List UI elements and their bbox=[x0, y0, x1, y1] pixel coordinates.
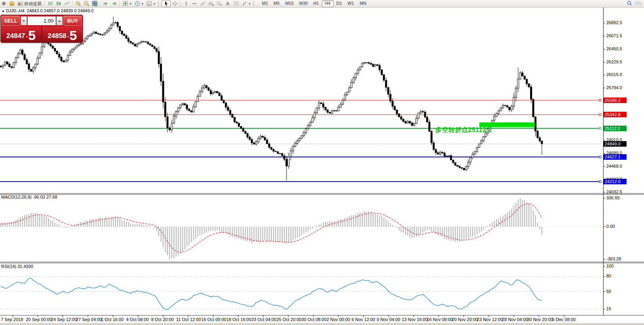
rsi-indicator-label: RSI(14) 31.4300 bbox=[1, 264, 33, 269]
date-label: 20 Sep 00:00 bbox=[26, 317, 52, 322]
triangle-down-icon bbox=[23, 20, 25, 22]
line-chart-icon[interactable] bbox=[63, 0, 71, 7]
trendline-icon bbox=[200, 1, 206, 6]
timeframe-toolbar: M1M5M15M30H1H4D1W1MN bbox=[259, 0, 369, 7]
chart-canvas[interactable] bbox=[0, 0, 644, 325]
zoom-out-icon[interactable] bbox=[82, 0, 90, 7]
toolbar: 单 自动交易 bbox=[0, 0, 644, 8]
date-label: 28 Nov 04:00 bbox=[502, 317, 528, 322]
window-bottom-edge bbox=[0, 323, 644, 325]
crosshair-icon bbox=[172, 1, 178, 6]
vertical-line-icon bbox=[183, 1, 189, 6]
periods-button[interactable]: ▾ bbox=[133, 0, 145, 7]
channel-tool[interactable]: E bbox=[207, 0, 215, 7]
date-label: 27 Sep 04:00 bbox=[76, 317, 102, 322]
sell-price-main: 24847 bbox=[6, 32, 25, 39]
toolbar-separator bbox=[100, 1, 100, 6]
svg-text:E: E bbox=[212, 4, 214, 6]
auto-trading-label: 自动交易 bbox=[24, 1, 42, 7]
chart-symbol-period: DJ30-,H4 bbox=[6, 8, 24, 13]
date-label: 23 Nov 12:00 bbox=[477, 317, 503, 322]
date-label: 16 Oct 00:00 bbox=[201, 317, 226, 322]
date-label: 8 Oct 20:00 bbox=[151, 317, 174, 322]
svg-text:T: T bbox=[235, 2, 237, 6]
indicators-button[interactable]: ▾ bbox=[121, 0, 133, 7]
symbol-marker-icon: ▲ bbox=[2, 9, 5, 13]
timeframe-w1[interactable]: W1 bbox=[345, 0, 357, 6]
toolbar-drag-handle[interactable] bbox=[158, 1, 160, 6]
date-axis: 7 Sep 201820 Sep 00:0024 Sep 12:0027 Sep… bbox=[0, 316, 644, 323]
new-order-icon[interactable] bbox=[8, 0, 16, 7]
text-icon: A bbox=[225, 1, 231, 6]
date-label: 13 Nov 16:00 bbox=[402, 317, 427, 322]
date-label: 4 Oct 08:00 bbox=[126, 317, 149, 322]
search-icon[interactable] bbox=[627, 0, 632, 6]
timeframe-m5[interactable]: M5 bbox=[271, 0, 282, 6]
chevron-down-icon: ▾ bbox=[142, 2, 143, 6]
date-label: 18 Oct 16:00 bbox=[226, 317, 251, 322]
macd-histogram bbox=[0, 198, 603, 259]
sell-button[interactable]: SELL bbox=[2, 16, 20, 26]
toolbar-separator bbox=[180, 1, 181, 6]
toolb​ar-separator bbox=[119, 1, 120, 6]
buy-price-display[interactable]: 24858.5 bbox=[41, 27, 83, 42]
volume-input[interactable] bbox=[27, 16, 56, 25]
date-label: 1 Oct 16:00 bbox=[101, 317, 124, 322]
sell-price-frac: 5 bbox=[28, 30, 36, 41]
buy-price-frac: 5 bbox=[69, 30, 77, 41]
date-label: 2 Nov 00:00 bbox=[327, 317, 350, 322]
horizontal-line-tool[interactable] bbox=[190, 0, 198, 7]
volume-increase-button[interactable] bbox=[56, 16, 63, 25]
label-icon: T bbox=[233, 1, 239, 6]
chart-shift-icon[interactable] bbox=[110, 0, 118, 7]
arrows-tool[interactable]: ▾ bbox=[240, 0, 252, 7]
fibonacci-tool[interactable]: F bbox=[215, 0, 223, 7]
templates-icon bbox=[146, 1, 152, 6]
buy-button[interactable]: BUY bbox=[63, 16, 82, 26]
timeframe-m30[interactable]: M30 bbox=[296, 0, 310, 6]
date-label: 30 Nov 20:00 bbox=[527, 317, 553, 322]
bar-chart-icon[interactable] bbox=[46, 0, 54, 7]
chat-icon[interactable] bbox=[635, 0, 642, 6]
label-tool[interactable]: T bbox=[232, 0, 240, 7]
date-label: 9 Nov 04:00 bbox=[377, 317, 400, 322]
trendline-tool[interactable] bbox=[198, 0, 207, 7]
decimal-dot: . bbox=[67, 31, 69, 39]
cursor-icon bbox=[163, 1, 169, 6]
order-menu-label[interactable]: 单 bbox=[0, 1, 8, 7]
timeframe-m1[interactable]: M1 bbox=[259, 0, 271, 6]
tile-windows-icon[interactable] bbox=[90, 0, 99, 7]
date-label: 30 Oct 08:00 bbox=[302, 317, 327, 322]
timeframe-h4[interactable]: H4 bbox=[322, 0, 334, 7]
buy-price-main: 24858 bbox=[48, 32, 66, 39]
volume-decrease-button[interactable] bbox=[21, 16, 27, 25]
sell-price-display[interactable]: 24847.5 bbox=[1, 27, 41, 42]
decimal-dot: . bbox=[26, 31, 28, 39]
zoom-in-icon[interactable] bbox=[74, 0, 82, 7]
auto-scroll-icon[interactable] bbox=[102, 0, 110, 7]
annotation-text: 多空转折点25112.2 bbox=[435, 126, 492, 134]
toolbar-drag-handle[interactable] bbox=[253, 1, 255, 6]
candlestick-chart-icon[interactable] bbox=[54, 0, 63, 7]
text-tool[interactable]: A bbox=[223, 0, 232, 7]
rsi-plot bbox=[0, 276, 603, 310]
chevron-down-icon: ▾ bbox=[154, 2, 155, 6]
cursor-tool[interactable] bbox=[161, 0, 171, 7]
templates-button[interactable]: ▾ bbox=[145, 0, 157, 7]
date-label: 20 Nov 20:00 bbox=[452, 317, 478, 322]
vertical-line-tool[interactable] bbox=[182, 0, 190, 7]
clock-icon bbox=[135, 1, 140, 6]
crosshair-tool[interactable] bbox=[171, 0, 179, 7]
auto-trading-button[interactable]: 自动交易 bbox=[16, 0, 43, 7]
timeframe-d1[interactable]: D1 bbox=[334, 0, 345, 6]
date-label: 25 Oct 20:00 bbox=[277, 317, 302, 322]
chart-ohlc-values: 24843.0 24857.0 24839.0 24849.0 bbox=[27, 8, 94, 13]
chevron-down-icon: ▾ bbox=[130, 2, 131, 6]
timeframe-m15[interactable]: M15 bbox=[283, 0, 296, 6]
macd-indicator-label: MACD(12,26,9) -96.03 27.68 bbox=[1, 195, 57, 199]
one-click-trading-panel: SELL BUY 24847.5 24858.5 bbox=[1, 15, 83, 42]
auto-trading-icon bbox=[17, 1, 23, 6]
triangle-up-icon bbox=[58, 20, 61, 22]
timeframe-mn[interactable]: MN bbox=[357, 0, 369, 6]
timeframe-h1[interactable]: H1 bbox=[310, 0, 321, 6]
